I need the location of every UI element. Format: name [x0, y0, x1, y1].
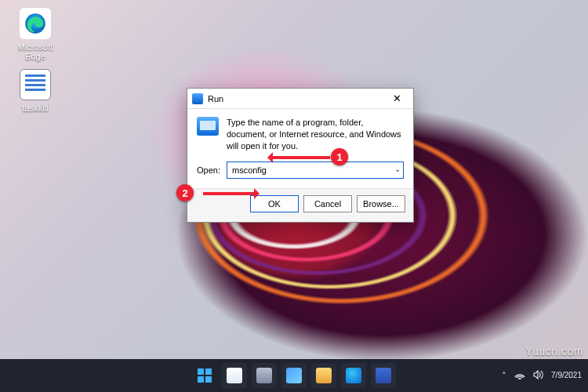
open-input[interactable] — [227, 162, 404, 179]
run-description: Type the name of a program, folder, docu… — [227, 117, 404, 152]
desktop-icon-edge[interactable]: Microsoft Edge — [8, 8, 63, 61]
svg-rect-3 — [198, 376, 204, 383]
chevron-up-icon: ˄ — [502, 371, 506, 380]
run-body: Type the name of a program, folder, docu… — [187, 109, 413, 157]
svg-rect-2 — [205, 368, 212, 375]
taskbar-explorer-button[interactable] — [311, 363, 336, 388]
run-body-icon — [197, 117, 219, 136]
run-title: Run — [208, 94, 385, 103]
open-combobox[interactable]: ⌄ — [227, 162, 404, 179]
taskbar-date: 7/9/2021 — [551, 371, 582, 380]
network-icon[interactable] — [514, 370, 525, 381]
taskbar-taskview-button[interactable] — [252, 363, 277, 388]
run-open-row: Open: ⌄ — [187, 157, 413, 188]
taskbar-center — [192, 363, 396, 388]
tray-overflow-button[interactable]: ˄ — [502, 371, 506, 381]
taskview-icon — [256, 368, 272, 383]
desktop-icon-label: taskkill — [22, 103, 48, 113]
file-explorer-icon — [316, 368, 332, 383]
desktop-icon-taskkill[interactable]: taskkill — [8, 69, 63, 113]
close-button[interactable]: ✕ — [385, 91, 408, 107]
browse-button[interactable]: Browse... — [357, 195, 405, 212]
text-file-icon — [20, 69, 51, 100]
taskbar: ˄ 7/9/2021 — [0, 359, 588, 392]
annotation-arrow-2 — [203, 192, 258, 195]
annotation-badge-2: 2 — [176, 184, 194, 201]
edge-icon — [20, 8, 51, 39]
run-icon — [192, 93, 203, 104]
search-icon — [227, 368, 242, 383]
system-tray: ˄ 7/9/2021 — [502, 370, 582, 381]
close-icon: ✕ — [393, 93, 401, 104]
watermark: Yuucn.com — [525, 345, 583, 358]
run-titlebar[interactable]: Run ✕ — [187, 89, 413, 109]
cancel-button[interactable]: Cancel — [303, 195, 352, 212]
annotation-badge-1: 1 — [331, 148, 348, 165]
annotation-arrow-1 — [269, 156, 330, 159]
edge-icon — [346, 368, 361, 383]
windows-icon — [197, 368, 212, 383]
widgets-icon — [286, 368, 302, 383]
taskbar-search-button[interactable] — [222, 363, 247, 388]
start-button[interactable] — [192, 363, 217, 388]
taskbar-widgets-button[interactable] — [281, 363, 307, 388]
taskbar-store-button[interactable] — [371, 363, 396, 388]
svg-rect-1 — [198, 368, 204, 375]
desktop-icon-label: Microsoft Edge — [18, 42, 53, 61]
taskbar-edge-button[interactable] — [341, 363, 366, 388]
taskbar-clock[interactable]: 7/9/2021 — [551, 371, 582, 380]
svg-rect-4 — [205, 376, 212, 383]
volume-icon[interactable] — [533, 370, 543, 381]
desktop: Microsoft Edge taskkill Run ✕ Type the n… — [0, 0, 588, 392]
run-dialog: Run ✕ Type the name of a program, folder… — [187, 88, 414, 223]
store-icon — [376, 368, 391, 383]
open-label: Open: — [197, 165, 220, 175]
